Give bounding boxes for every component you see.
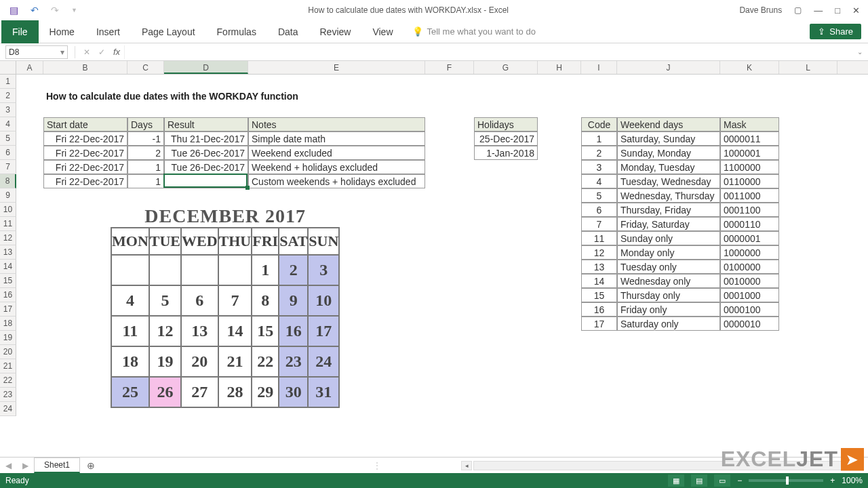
calendar-cell[interactable]: 9	[279, 285, 308, 316]
row-header[interactable]: 22	[0, 373, 16, 388]
row-header[interactable]: 8	[0, 174, 16, 188]
spreadsheet-grid[interactable]: A B C D E F G H I J K L 1234567891011121…	[0, 61, 868, 464]
fx-icon[interactable]: fx	[109, 47, 124, 57]
zoom-level[interactable]: 100%	[842, 476, 863, 485]
calendar-cell[interactable]: 18	[111, 346, 149, 377]
cell-D7[interactable]: Tue 26-Dec-2017	[164, 160, 248, 174]
cell-J18[interactable]: Saturday only	[617, 317, 720, 331]
calendar-cell[interactable]: 7	[218, 285, 252, 316]
page-break-view-icon[interactable]: ▭	[714, 474, 730, 487]
row-header[interactable]: 16	[0, 288, 16, 302]
cell-E8[interactable]: Custom weekends + holidays excluded	[248, 174, 425, 188]
cell-I8[interactable]: 4	[581, 174, 617, 188]
normal-view-icon[interactable]: ▦	[668, 474, 684, 487]
cell-K17[interactable]: 0000100	[720, 302, 779, 317]
zoom-slider[interactable]	[749, 479, 823, 482]
maximize-icon[interactable]: □	[835, 5, 840, 16]
tab-insert[interactable]: Insert	[85, 20, 131, 43]
row-header[interactable]: 19	[0, 331, 16, 345]
cell-J7[interactable]: Monday, Tuesday	[617, 160, 720, 174]
calendar-cell[interactable]: 12	[149, 316, 181, 346]
row-header[interactable]: 3	[0, 103, 16, 117]
cell-K10[interactable]: 0001100	[720, 203, 779, 217]
calendar-cell[interactable]: 13	[181, 316, 218, 346]
calendar-cell[interactable]: 19	[149, 346, 181, 377]
calendar-cell[interactable]: 27	[181, 377, 218, 407]
calendar-cell[interactable]: 15	[252, 316, 279, 346]
cell-G4[interactable]: Holidays	[474, 117, 538, 131]
calendar-cell[interactable]: 31	[308, 377, 339, 407]
row-header[interactable]: 12	[0, 231, 16, 245]
row-header[interactable]: 1	[0, 75, 16, 89]
col-header[interactable]: F	[425, 61, 474, 74]
calendar-cell[interactable]: 22	[252, 346, 279, 377]
prev-sheet-icon[interactable]: ◀	[0, 461, 17, 470]
col-header[interactable]: J	[617, 61, 720, 74]
col-header[interactable]: C	[127, 61, 164, 74]
tell-me[interactable]: 💡 Tell me what you want to do	[412, 26, 536, 37]
cell-C7[interactable]: 1	[127, 160, 164, 174]
calendar-cell[interactable]: 26	[149, 377, 181, 407]
next-sheet-icon[interactable]: ▶	[17, 461, 34, 470]
cell-I18[interactable]: 17	[581, 317, 617, 331]
cell-K4[interactable]: Mask	[720, 117, 779, 131]
tab-page-layout[interactable]: Page Layout	[131, 20, 206, 43]
enter-icon[interactable]: ✓	[94, 47, 109, 57]
save-icon[interactable]: ▤	[9, 5, 18, 16]
file-tab[interactable]: File	[1, 20, 39, 43]
cell-K13[interactable]: 1000000	[720, 245, 779, 260]
calendar-cell[interactable]	[181, 255, 218, 285]
cell-C4[interactable]: Days	[127, 117, 164, 131]
row-header[interactable]: 23	[0, 388, 16, 402]
calendar-cell[interactable]: 11	[111, 316, 149, 346]
cell-J4[interactable]: Weekend days	[617, 117, 720, 131]
select-all-corner[interactable]	[0, 61, 16, 74]
row-header[interactable]: 15	[0, 274, 16, 288]
calendar-cell[interactable]: 29	[252, 377, 279, 407]
calendar-cell[interactable]: 14	[218, 316, 252, 346]
cell-B8[interactable]: Fri 22-Dec-2017	[43, 174, 127, 188]
col-header[interactable]: K	[720, 61, 779, 74]
row-header[interactable]: 5	[0, 131, 16, 146]
col-header[interactable]: G	[474, 61, 538, 74]
cell-I9[interactable]: 5	[581, 188, 617, 203]
cell-J15[interactable]: Wednesday only	[617, 274, 720, 288]
cell-I7[interactable]: 3	[581, 160, 617, 174]
cell-G5[interactable]: 25-Dec-2017	[474, 131, 538, 146]
cell-E7[interactable]: Weekend + holidays excluded	[248, 160, 425, 174]
row-header[interactable]: 14	[0, 260, 16, 274]
cell-G6[interactable]: 1-Jan-2018	[474, 146, 538, 160]
cell-D4[interactable]: Result	[164, 117, 248, 131]
cell-B6[interactable]: Fri 22-Dec-2017	[43, 146, 127, 160]
formula-input[interactable]	[124, 45, 852, 59]
row-header[interactable]: 11	[0, 217, 16, 231]
cell-C6[interactable]: 2	[127, 146, 164, 160]
cell-C5[interactable]: -1	[127, 131, 164, 146]
cell-K6[interactable]: 1000001	[720, 146, 779, 160]
calendar-cell[interactable]	[149, 255, 181, 285]
cancel-icon[interactable]: ✕	[79, 47, 94, 57]
calendar-cell[interactable]: 16	[279, 316, 308, 346]
cell-I16[interactable]: 15	[581, 288, 617, 302]
cell-I4[interactable]: Code	[581, 117, 617, 131]
fill-handle[interactable]	[245, 186, 250, 190]
cell-I12[interactable]: 11	[581, 231, 617, 245]
row-header[interactable]: 18	[0, 317, 16, 331]
cell-I14[interactable]: 13	[581, 260, 617, 274]
expand-formula-icon[interactable]: ⌄	[852, 48, 868, 56]
chevron-down-icon[interactable]: ▾	[60, 47, 67, 57]
calendar-cell[interactable]: 23	[279, 346, 308, 377]
calendar-cell[interactable]: 10	[308, 285, 339, 316]
col-header[interactable]: E	[248, 61, 425, 74]
calendar-cell[interactable]: 3	[308, 255, 339, 285]
row-header[interactable]: 4	[0, 117, 16, 131]
row-header[interactable]: 7	[0, 160, 16, 174]
cell-I10[interactable]: 6	[581, 203, 617, 217]
cell-D6[interactable]: Tue 26-Dec-2017	[164, 146, 248, 160]
cell-J17[interactable]: Friday only	[617, 302, 720, 317]
tab-formulas[interactable]: Formulas	[206, 20, 267, 43]
cell-K11[interactable]: 0000110	[720, 217, 779, 231]
cell-J6[interactable]: Sunday, Monday	[617, 146, 720, 160]
cell-I13[interactable]: 12	[581, 245, 617, 260]
row-header[interactable]: 10	[0, 203, 16, 217]
